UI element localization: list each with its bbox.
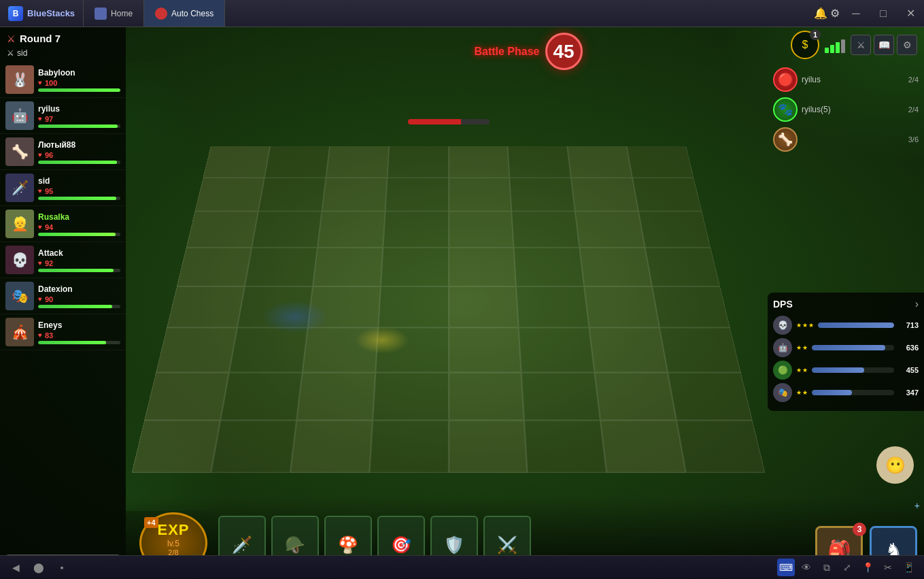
- board-cell[interactable]: [385, 178, 448, 212]
- hp-row: ♥ 83: [38, 331, 120, 340]
- close-button[interactable]: ✕: [897, 0, 924, 27]
- settings-icon[interactable]: ⚙: [830, 7, 840, 20]
- bs-icon-settings[interactable]: ⚙: [897, 35, 917, 55]
- board-cell[interactable]: [524, 420, 606, 473]
- tab-home[interactable]: Home: [84, 0, 144, 27]
- phone-icon[interactable]: 📱: [900, 559, 917, 576]
- board-cell[interactable]: [313, 248, 383, 286]
- bs-icon-book[interactable]: 📖: [874, 35, 894, 55]
- list-item[interactable]: 🤖 ryilus ♥ 97: [0, 98, 126, 134]
- tab-autochess[interactable]: Auto Chess: [144, 0, 225, 27]
- board-cell[interactable]: [252, 212, 322, 248]
- board-cell[interactable]: [449, 372, 525, 420]
- board-cell[interactable]: [579, 248, 652, 286]
- board-cell[interactable]: [521, 372, 600, 420]
- list-item[interactable]: 🐰 Babyloon ♥ 100: [0, 62, 126, 98]
- board-cell[interactable]: [516, 286, 589, 328]
- back-icon[interactable]: ◀: [7, 559, 24, 576]
- list-item[interactable]: 🦴 Лютый88 ♥ 96: [0, 134, 126, 170]
- list-item[interactable]: 🎪 Eneys ♥ 83: [0, 314, 126, 350]
- board-cell[interactable]: [258, 178, 326, 212]
- board-cell[interactable]: [381, 248, 449, 286]
- board-cell[interactable]: [660, 328, 740, 373]
- board-cell[interactable]: [449, 286, 519, 328]
- board-cell[interactable]: [514, 248, 584, 286]
- chat-bubble-button[interactable]: 😶: [876, 446, 914, 484]
- board-cell[interactable]: [167, 286, 245, 328]
- board-cell[interactable]: [449, 328, 522, 373]
- board-cell[interactable]: [571, 178, 638, 212]
- board-cell[interactable]: [186, 212, 258, 248]
- dps-expand-icon[interactable]: ›: [915, 298, 919, 310]
- board-cell[interactable]: [510, 178, 575, 212]
- board-cell[interactable]: [632, 178, 702, 212]
- board-cell[interactable]: [290, 420, 372, 473]
- board-cell[interactable]: [237, 286, 313, 328]
- board-cell[interactable]: [627, 146, 694, 178]
- board-cell[interactable]: [375, 328, 449, 373]
- location-icon[interactable]: 📍: [859, 559, 876, 576]
- list-item[interactable]: 🎭 Datexion ♥ 90: [0, 278, 126, 314]
- list-item[interactable]: 💀 Attack ♥ 92: [0, 242, 126, 278]
- board-cell[interactable]: [645, 248, 720, 286]
- board-cell[interactable]: [567, 146, 632, 178]
- board-cell[interactable]: [575, 212, 645, 248]
- board-cell[interactable]: [519, 328, 595, 373]
- board-cell[interactable]: [387, 146, 448, 178]
- bs-icon-swords[interactable]: ⚔: [851, 35, 871, 55]
- recents-icon[interactable]: ▪: [53, 559, 71, 576]
- board-cell[interactable]: [449, 178, 512, 212]
- list-item[interactable]: 👱 Rusalka ♥ 94: [0, 206, 126, 242]
- keyboard-icon[interactable]: ⌨: [777, 559, 795, 576]
- board-cell[interactable]: [245, 248, 318, 286]
- board-cell[interactable]: [156, 328, 237, 373]
- dps-value: 636: [898, 344, 919, 352]
- board-cell[interactable]: [177, 248, 252, 286]
- board-cell[interactable]: [589, 328, 668, 373]
- board-cell[interactable]: [668, 372, 753, 420]
- board-cell[interactable]: [326, 146, 389, 178]
- home-icon[interactable]: ⬤: [30, 559, 48, 576]
- minimize-button[interactable]: ─: [842, 0, 870, 27]
- list-item[interactable]: 🗡️ sid ♥ 95: [0, 170, 126, 206]
- board-cell[interactable]: [302, 328, 378, 373]
- eye-icon[interactable]: 👁: [798, 559, 815, 576]
- bluestacks-text: BlueStacks: [27, 8, 75, 18]
- board-cell[interactable]: [220, 372, 302, 420]
- board-cell[interactable]: [449, 248, 517, 286]
- board-cell[interactable]: [512, 212, 580, 248]
- board-cell[interactable]: [307, 286, 380, 328]
- board-cell[interactable]: [449, 420, 528, 473]
- board-cell[interactable]: [322, 178, 387, 212]
- notification-bell[interactable]: 🔔: [814, 7, 827, 20]
- board-cell[interactable]: [229, 328, 308, 373]
- board-cell[interactable]: [369, 420, 449, 473]
- board-cell[interactable]: [677, 420, 765, 473]
- board-cell[interactable]: [378, 286, 449, 328]
- board-cell[interactable]: [318, 212, 386, 248]
- board-cell[interactable]: [508, 146, 571, 178]
- board-cell[interactable]: [211, 420, 296, 473]
- board-cell[interactable]: [652, 286, 730, 328]
- chess-board[interactable]: [136, 82, 761, 470]
- board-cell[interactable]: [595, 372, 677, 420]
- board-cell[interactable]: [383, 212, 448, 248]
- maximize-button[interactable]: □: [870, 0, 897, 27]
- board-cell[interactable]: [373, 372, 449, 420]
- board-cell[interactable]: [296, 372, 375, 420]
- synergy-progress: 2/4: [908, 76, 919, 84]
- board-cell[interactable]: [144, 372, 229, 420]
- board-cell[interactable]: [638, 212, 711, 248]
- scissors-icon[interactable]: ✂: [879, 559, 897, 576]
- board-cell[interactable]: [584, 286, 660, 328]
- board-cell[interactable]: [449, 212, 514, 248]
- fullscreen-icon[interactable]: ⤢: [838, 559, 856, 576]
- home-tab-label: Home: [111, 9, 133, 18]
- board-cell[interactable]: [203, 146, 271, 178]
- board-cell[interactable]: [264, 146, 330, 178]
- board-cell[interactable]: [449, 146, 510, 178]
- board-cell[interactable]: [195, 178, 264, 212]
- board-cell[interactable]: [600, 420, 686, 473]
- board-cell[interactable]: [131, 420, 220, 473]
- screen-icon[interactable]: ⧉: [818, 559, 836, 576]
